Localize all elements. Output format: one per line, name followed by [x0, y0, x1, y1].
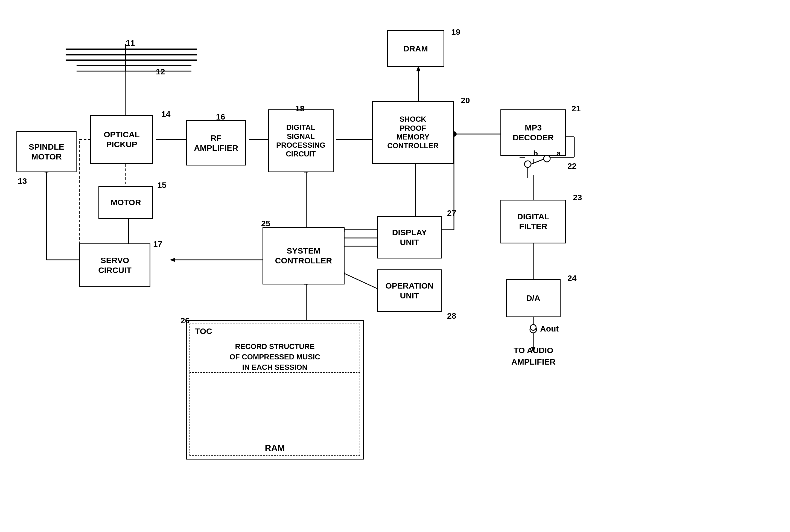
ref-label-22: 22	[567, 162, 576, 171]
switch-contacts	[520, 156, 574, 179]
spindle-motor-block: SPINDLE MOTOR	[16, 131, 77, 172]
ref-label-18: 18	[295, 104, 304, 113]
ref-label-11: 11	[126, 38, 135, 48]
ref-label-13: 13	[18, 176, 27, 186]
cd-disc	[65, 44, 197, 71]
ref-label-16: 16	[216, 112, 225, 121]
display-unit-block: DISPLAYUNIT	[378, 216, 442, 259]
ref-label-21: 21	[572, 104, 580, 113]
svg-line-35	[345, 273, 380, 290]
digital-signal-block: DIGITALSIGNALPROCESSINGCIRCUIT	[268, 109, 334, 172]
label-a: a	[557, 149, 561, 158]
svg-point-64	[524, 161, 531, 167]
ref-label-19: 19	[451, 27, 460, 37]
ref-label-26: 26	[180, 316, 190, 325]
da-block: D/A	[506, 279, 561, 317]
ref-label-28: 28	[447, 311, 456, 321]
optical-pickup-block: OPTICALPICKUP	[90, 115, 153, 164]
ref-label-15: 15	[157, 180, 166, 190]
system-controller-block: SYSTEMCONTROLLER	[263, 227, 345, 284]
diagram-container: SPINDLE MOTOR OPTICALPICKUP MOTOR SERVOC…	[0, 0, 790, 532]
ref-label-17: 17	[153, 239, 162, 249]
label-b: b	[533, 149, 538, 158]
ref-label-20: 20	[461, 96, 470, 105]
shock-proof-block: SHOCKPROOFMEMORYCONTROLLER	[372, 101, 454, 164]
svg-marker-29	[170, 258, 175, 262]
ref-label-24: 24	[567, 273, 576, 283]
motor-block: MOTOR	[98, 186, 153, 219]
ref-label-12: 12	[156, 67, 165, 76]
dram-block: DRAM	[387, 30, 444, 67]
ref-label-27: 27	[447, 208, 456, 218]
digital-filter-block: DIGITALFILTER	[500, 200, 566, 243]
operation-unit-block: OPERATIONUNIT	[378, 269, 442, 312]
aout-circle	[530, 324, 537, 331]
svg-line-66	[531, 159, 544, 164]
servo-circuit-block: SERVOCIRCUIT	[79, 243, 150, 287]
to-audio-amplifier-label: TO AUDIOAMPLIFIER	[512, 345, 556, 367]
ref-label-25: 25	[261, 219, 270, 228]
svg-point-65	[544, 156, 550, 162]
ref-label-14: 14	[161, 109, 170, 119]
rf-amplifier-block: RFAMPLIFIER	[186, 120, 246, 166]
label-aout: Aout	[540, 324, 559, 334]
toc-ram-block: TOC RECORD STRUCTUREOF COMPRESSED MUSICI…	[186, 320, 364, 459]
ref-label-23: 23	[573, 193, 582, 202]
